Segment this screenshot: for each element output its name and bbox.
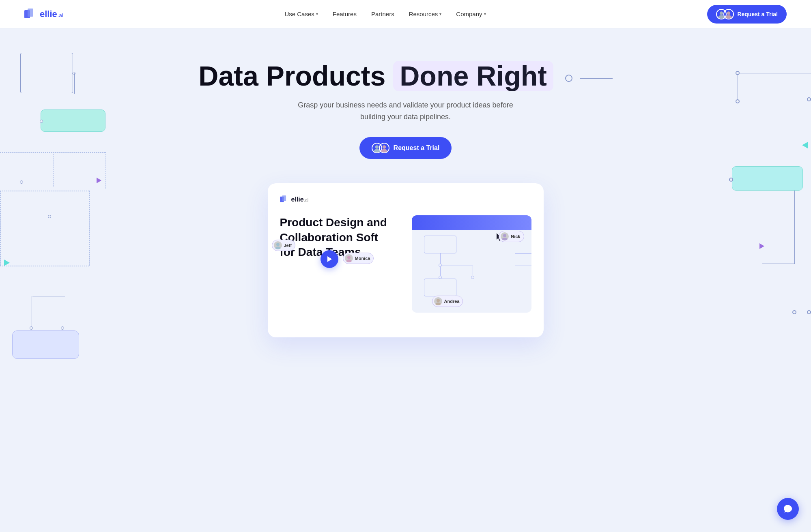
diag-line (515, 266, 531, 266)
connector-line (74, 73, 75, 94)
svg-rect-1 (28, 9, 33, 17)
conn-dot (807, 310, 811, 314)
diag-dot (471, 276, 474, 279)
svg-point-2 (720, 11, 723, 15)
nav-item-partners[interactable]: Partners (371, 11, 394, 17)
card-logo-text: ellie.ai (291, 196, 309, 203)
svg-point-19 (502, 238, 508, 240)
diagram-area: Nick (412, 215, 531, 313)
connector-line (794, 191, 795, 264)
card-heading: Product Design and Collaboration Soft fo… (280, 215, 400, 260)
connector-line (32, 296, 32, 328)
dashed-line (0, 191, 1, 266)
triangle-purple-right (759, 243, 764, 249)
user-avatar (345, 254, 353, 262)
user-badge-nick: Nick (499, 231, 524, 242)
connector-line (738, 73, 811, 73)
card-logo-icon (280, 195, 289, 203)
svg-point-8 (382, 146, 385, 149)
conn-dot (40, 120, 43, 123)
logo-icon (24, 9, 37, 20)
deco-teal-rect-right (732, 166, 803, 191)
deco-purple-rect (12, 330, 79, 359)
conn-dot (736, 99, 740, 103)
user-badge-monica: Monica (343, 253, 374, 264)
connector-line (32, 296, 65, 296)
triangle-purple (97, 178, 101, 183)
svg-point-4 (727, 11, 730, 15)
diagram-box-top (424, 236, 456, 253)
navbar: ellie.ai Use Cases ▾ Features Partners R… (0, 0, 811, 28)
svg-point-15 (276, 243, 280, 246)
conn-dot (729, 178, 733, 182)
dashed-line (89, 191, 90, 266)
dashed-line (0, 266, 89, 266)
conn-dot (61, 326, 64, 330)
chevron-down-icon: ▾ (484, 12, 486, 16)
title-line (580, 78, 613, 79)
conn-dot (20, 180, 23, 184)
svg-marker-12 (327, 256, 332, 262)
nav-links: Use Cases ▾ Features Partners Resources … (284, 11, 486, 17)
hero-title: Data Products Done Right (198, 61, 612, 91)
connector-line (738, 73, 738, 101)
card-diagram: Nick (412, 215, 531, 313)
user-badge-jeff: Jeff (272, 240, 296, 251)
user-avatar (274, 241, 282, 249)
conn-dot (807, 97, 811, 101)
card-content: Product Design and Collaboration Soft fo… (280, 215, 531, 313)
svg-point-6 (375, 146, 378, 149)
chevron-down-icon: ▾ (439, 12, 441, 16)
nav-item-features[interactable]: Features (333, 11, 357, 17)
diag-dot (439, 264, 442, 267)
svg-point-16 (275, 247, 281, 249)
nav-cta-button[interactable]: Request a Trial (707, 5, 787, 24)
chevron-down-icon: ▾ (316, 12, 318, 16)
dashed-line (53, 154, 54, 187)
card-logo: ellie.ai (280, 195, 531, 203)
diag-line (515, 253, 515, 266)
connector-line (762, 264, 795, 264)
hero-section: Data Products Done Right Grasp your busi… (0, 28, 811, 532)
triangle-teal (4, 260, 10, 266)
deco-rect-tl (20, 53, 73, 93)
conn-dot (792, 310, 796, 314)
nav-item-resources[interactable]: Resources ▾ (409, 11, 442, 17)
deco-green-rect (41, 109, 105, 132)
avatar (379, 143, 389, 153)
play-button[interactable] (321, 250, 338, 268)
connector-line (63, 296, 63, 328)
diag-line (515, 253, 531, 254)
user-avatar (501, 232, 509, 240)
nav-item-use-cases[interactable]: Use Cases ▾ (284, 11, 318, 17)
chat-button[interactable] (777, 498, 799, 520)
logo[interactable]: ellie.ai (24, 9, 63, 20)
svg-point-21 (435, 302, 441, 305)
svg-point-18 (503, 234, 506, 237)
dashed-line (105, 152, 106, 189)
svg-point-20 (437, 299, 440, 302)
conn-dot (48, 215, 51, 218)
conn-dot (72, 72, 75, 75)
svg-rect-11 (282, 195, 286, 201)
user-avatar (434, 297, 442, 305)
conn-dot (736, 71, 740, 75)
svg-point-13 (347, 256, 351, 259)
hero-cta-button[interactable]: Request a Trial (359, 137, 452, 159)
diagram-header (412, 215, 531, 230)
highlight-text: Done Right (393, 61, 553, 91)
chat-icon (783, 504, 793, 514)
card-text: Product Design and Collaboration Soft fo… (280, 215, 400, 260)
dashed-line (0, 191, 89, 191)
svg-point-9 (381, 149, 387, 152)
diagram-box-bottom (424, 279, 456, 296)
user-badge-andrea: Andrea (432, 296, 463, 307)
svg-point-5 (726, 15, 732, 18)
diag-line (440, 266, 473, 266)
logo-text: ellie.ai (40, 9, 63, 19)
avatar-group (716, 9, 734, 19)
triangle-teal-right (802, 142, 808, 148)
play-icon (327, 256, 332, 262)
nav-item-company[interactable]: Company ▾ (456, 11, 486, 17)
dashed-line (0, 152, 105, 153)
